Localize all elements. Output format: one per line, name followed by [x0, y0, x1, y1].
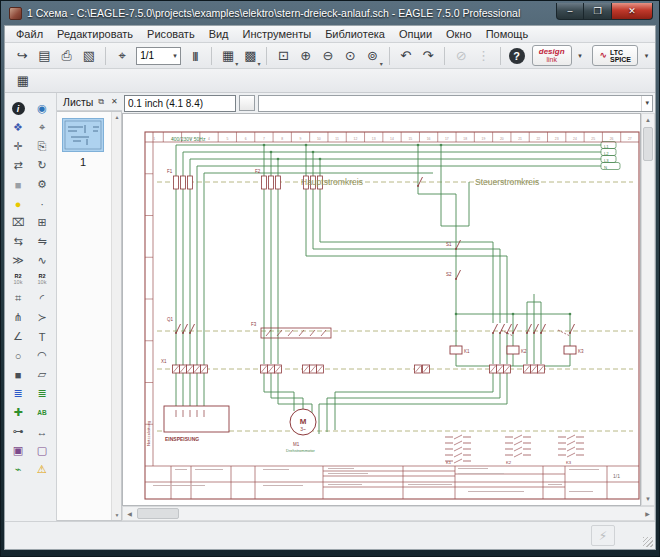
tool-cut-button[interactable]: ·: [31, 194, 53, 213]
menu-item-7[interactable]: Опции: [392, 27, 439, 41]
minimize-button[interactable]: –: [556, 3, 584, 20]
menu-item-3[interactable]: Рисовать: [140, 27, 202, 41]
toolbar-background-button[interactable]: ▩▾: [240, 45, 260, 66]
vertical-scroll-thumb[interactable]: [643, 127, 653, 161]
maximize-button[interactable]: ❒: [584, 3, 611, 20]
sheet-thumbnail[interactable]: [62, 118, 104, 152]
panel-float-icon[interactable]: ⧉: [95, 95, 106, 108]
toolbar-redo-button[interactable]: ↷: [418, 45, 438, 66]
tool-rotate-button[interactable]: ↻: [31, 156, 53, 175]
ltspice-dropdown[interactable]: ▾: [640, 46, 653, 65]
tool-smash-button[interactable]: ⌗: [7, 289, 29, 308]
menu-item-8[interactable]: Окно: [439, 27, 479, 41]
tool-bus-button[interactable]: ≣: [7, 384, 29, 403]
horizontal-scroll-thumb[interactable]: [137, 508, 179, 519]
tool-attribute-button[interactable]: ⊶: [7, 422, 29, 441]
sheets-scrollbar[interactable]: ▲ ▼: [111, 112, 121, 520]
scroll-up-icon[interactable]: ▲: [642, 114, 654, 126]
toolbar-help-button[interactable]: ?: [506, 45, 526, 66]
menu-item-4[interactable]: Вид: [202, 27, 236, 41]
toolbar-save-button[interactable]: ▤: [34, 45, 54, 66]
scroll-right-icon[interactable]: ▶: [641, 507, 654, 520]
toolbar-zoom-select-button[interactable]: ⊚▾: [362, 45, 382, 66]
toolbar-export-image-button[interactable]: ▧: [79, 45, 99, 66]
tool-rect-button[interactable]: ■: [7, 365, 29, 384]
tool-move-button[interactable]: ✛: [7, 137, 29, 156]
toolbar-mark-button[interactable]: ⌖: [112, 45, 132, 66]
tool-erc-button[interactable]: ▣: [7, 441, 29, 460]
grid-toolbar-button[interactable]: ▦: [12, 70, 34, 91]
wire-icon: ∠: [13, 330, 23, 343]
toolbar-zoom-redraw-button[interactable]: ⊙: [340, 45, 360, 66]
designlink-button[interactable]: designlink: [532, 45, 572, 66]
toolbar-open-button[interactable]: ↪: [12, 45, 32, 66]
panel-close-icon[interactable]: ✕: [109, 95, 120, 108]
chevron-down-icon[interactable]: ▾: [173, 52, 177, 60]
tool-net-button[interactable]: ≣: [31, 384, 53, 403]
tool-replace-button[interactable]: ⇋: [31, 232, 53, 251]
menu-item-6[interactable]: Библиотека: [318, 27, 392, 41]
toolbar-print-button[interactable]: ⎙: [57, 45, 77, 66]
scroll-down-icon[interactable]: ▼: [642, 493, 654, 505]
tool-add-button[interactable]: ⊞: [31, 213, 53, 232]
tool-paint-button[interactable]: ●: [7, 194, 29, 213]
chevron-down-icon: ▾: [235, 60, 238, 67]
tool-miter-button[interactable]: ◜: [31, 289, 53, 308]
scroll-down-icon[interactable]: ▼: [112, 510, 122, 520]
sheet-select-combo[interactable]: 1/1▾: [136, 47, 181, 65]
mirror-icon: ⇄: [13, 159, 22, 172]
toolbar-grid-button[interactable]: ▦▾: [218, 45, 238, 66]
tool-change-button[interactable]: ⚙: [31, 175, 53, 194]
tool-junction-button[interactable]: ✚: [7, 403, 29, 422]
toolbar-undo-button[interactable]: ↶: [396, 45, 416, 66]
horizontal-scrollbar[interactable]: ◀ ▶: [122, 506, 655, 521]
tool-wire-button[interactable]: ∠: [7, 327, 29, 346]
tool-group-button[interactable]: ■: [7, 175, 29, 194]
toolbar-zoom-out-button[interactable]: ⊖: [318, 45, 338, 66]
status-action-button[interactable]: ⚡: [591, 525, 615, 546]
command-input[interactable]: ▾: [258, 95, 653, 112]
menu-item-9[interactable]: Помощь: [479, 27, 536, 41]
tool-erc-errors-button[interactable]: ▢: [31, 441, 53, 460]
menu-item-2[interactable]: Редактировать: [50, 27, 140, 41]
circle-icon: ○: [15, 350, 22, 362]
close-button[interactable]: ✕: [611, 3, 653, 20]
tool-gateswap-button[interactable]: ≫: [7, 251, 29, 270]
tool-errors-button[interactable]: ⌁: [7, 460, 29, 479]
tool-split-button[interactable]: ⋔: [7, 308, 29, 327]
tool-show-button[interactable]: ◉: [31, 99, 53, 118]
toolbar-zoom-fit-button[interactable]: ⊡: [273, 45, 293, 66]
tool-copy-button[interactable]: ⎘: [31, 137, 53, 156]
menu-item-5[interactable]: Инструменты: [236, 27, 319, 41]
toolbar-layer-settings-button[interactable]: |||: [185, 45, 205, 66]
tool-warning-button[interactable]: ⚠: [31, 460, 53, 479]
schematic-canvas[interactable]: 1234567891011121314151617181920212223242…: [122, 113, 641, 506]
toolbar-zoom-in-button[interactable]: ⊕: [296, 45, 316, 66]
tool-label-button[interactable]: AB: [31, 403, 53, 422]
scroll-left-icon[interactable]: ◀: [123, 507, 136, 520]
tool-invoke-button[interactable]: ≻: [31, 308, 53, 327]
tool-name-button[interactable]: R210k: [7, 270, 29, 289]
tool-display-button[interactable]: ❖: [7, 118, 29, 137]
scroll-up-icon[interactable]: ▲: [112, 112, 122, 122]
tool-mirror-button[interactable]: ⇄: [7, 156, 29, 175]
tool-mark-button[interactable]: ⌖: [31, 118, 53, 137]
tool-dimension-button[interactable]: ↔: [31, 422, 53, 441]
tool-value-button[interactable]: R210k: [31, 270, 53, 289]
tool-pinswap-button[interactable]: ⇆: [7, 232, 29, 251]
tool-polygon-button[interactable]: ▱: [31, 365, 53, 384]
tool-circle-button[interactable]: ○: [7, 346, 29, 365]
tool-optimize-button[interactable]: ∿: [31, 251, 53, 270]
vertical-scrollbar[interactable]: ▲ ▼: [641, 113, 655, 506]
tool-delete-button[interactable]: ⌧: [7, 213, 29, 232]
tool-info-button[interactable]: i: [7, 99, 29, 118]
tool-arc-button[interactable]: ◠: [31, 346, 53, 365]
designlink-dropdown[interactable]: ▾: [574, 46, 587, 65]
resize-grip[interactable]: [643, 537, 653, 547]
coordinate-mode-button[interactable]: [239, 95, 255, 111]
menu-item-1[interactable]: Файл: [9, 27, 50, 41]
ltspice-button[interactable]: ∿LTCSPICE: [592, 45, 638, 66]
toolbar-run-script-button: ⋮: [473, 45, 493, 66]
tool-text-button[interactable]: T: [31, 327, 53, 346]
chevron-down-icon[interactable]: ▾: [641, 96, 652, 111]
